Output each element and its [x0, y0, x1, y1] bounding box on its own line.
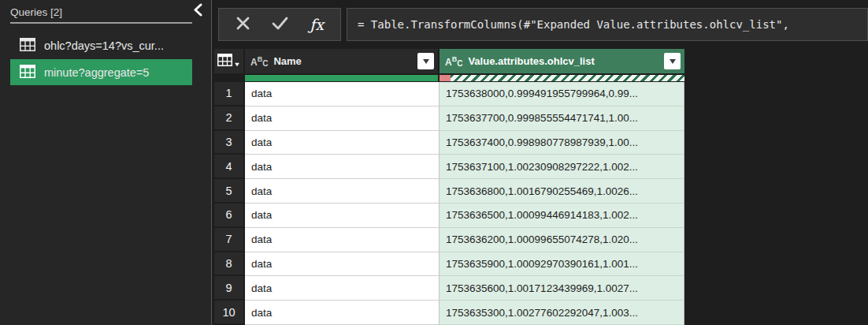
table-row: 8 data 1753635900,1.00092970390161,1.001…: [214, 252, 684, 277]
value-cell[interactable]: 1753638000,0.999491955799964,0.99...: [440, 82, 684, 106]
cancel-button[interactable]: [229, 11, 256, 38]
table-row: 10 data 1753635300,1.00277602292047,1.00…: [214, 301, 684, 325]
formula-text: = Table.TransformColumns(#"Expanded Valu…: [358, 18, 789, 31]
query-item-label: minute?aggregate=5: [44, 66, 149, 79]
grid-rows: 1 data 1753638000,0.999491955799964,0.99…: [214, 82, 684, 325]
value-cell[interactable]: 1753635600,1.0017123439969,1.0027...: [440, 276, 684, 301]
row-number[interactable]: 10: [214, 301, 243, 325]
text-type-icon: ABC: [250, 54, 268, 69]
value-cell[interactable]: 1753636200,1.00099655074278,1.020...: [440, 228, 684, 252]
row-number[interactable]: 7: [214, 228, 243, 252]
text-type-icon: ABC: [445, 54, 462, 69]
row-number[interactable]: 3: [214, 131, 243, 155]
value-cell[interactable]: 1753637100,1.00230908297222,1.002...: [440, 155, 684, 179]
filter-dropdown-button[interactable]: [664, 53, 681, 69]
table-row: 7 data 1753636200,1.00099655074278,1.020…: [214, 228, 684, 252]
filter-dropdown-button[interactable]: [417, 53, 434, 69]
row-number[interactable]: 5: [214, 179, 243, 204]
accept-button[interactable]: [266, 11, 293, 38]
table-grid-icon: [217, 54, 232, 69]
formula-input[interactable]: = Table.TransformColumns(#"Expanded Valu…: [347, 8, 868, 41]
queries-sidebar: Queries [2] ohlc?days=14?vs_cur... minut…: [0, 0, 212, 325]
table-row: 5 data 1753636800,1.0016790255469,1.0026…: [214, 179, 684, 204]
table-row: 4 data 1753637100,1.00230908297222,1.002…: [214, 155, 684, 179]
column-header-name[interactable]: ABC Name: [245, 49, 438, 73]
row-number[interactable]: 2: [214, 106, 243, 131]
value-cell[interactable]: 1753635900,1.00092970390161,1.001...: [440, 252, 684, 277]
name-cell[interactable]: data: [245, 106, 440, 131]
checkmark-icon: [272, 17, 288, 33]
name-cell[interactable]: data: [245, 131, 440, 155]
name-cell[interactable]: data: [245, 276, 440, 301]
quality-bar-name-valid: [245, 75, 438, 81]
sidebar-item-minute-query-selected[interactable]: minute?aggregate=5: [10, 59, 192, 85]
dropdown-caret-icon: [423, 59, 429, 64]
value-cell[interactable]: 1753637400,0.998980778987939,1.00...: [440, 131, 684, 155]
row-number[interactable]: 9: [214, 276, 243, 301]
table-icon: [20, 38, 35, 54]
row-number[interactable]: 4: [214, 155, 243, 179]
formula-button-panel: ƒx: [218, 8, 341, 41]
chevron-left-icon: [193, 3, 202, 20]
dropdown-caret-icon: [670, 59, 676, 64]
name-cell[interactable]: data: [245, 82, 440, 106]
name-cell[interactable]: data: [245, 301, 440, 325]
preview-grid: ABC Name ABC Value.attributes.ohlcv_list…: [214, 49, 684, 325]
table-row: 1 data 1753638000,0.999491955799964,0.99…: [214, 82, 684, 106]
fx-icon: ƒx: [310, 16, 324, 33]
grid-header-row: ABC Name ABC Value.attributes.ohlcv_list: [214, 49, 684, 73]
name-cell[interactable]: data: [245, 252, 440, 277]
query-item-label: ohlc?days=14?vs_cur...: [44, 39, 164, 52]
name-cell[interactable]: data: [245, 228, 440, 252]
table-row: 9 data 1753635600,1.0017123439969,1.0027…: [214, 276, 684, 301]
table-row: 3 data 1753637400,0.998980778987939,1.00…: [214, 131, 684, 155]
corner-caret-icon: [235, 62, 239, 65]
quality-spacer: [214, 75, 245, 81]
value-cell[interactable]: 1753636800,1.0016790255469,1.0026...: [440, 179, 684, 204]
value-cell[interactable]: 1753635300,1.00277602292047,1.003...: [440, 301, 684, 325]
column-name-label: Value.attributes.ohlcv_list: [468, 55, 664, 67]
row-number[interactable]: 6: [214, 204, 243, 228]
row-number[interactable]: 8: [214, 252, 243, 277]
column-quality-bars: [214, 75, 684, 81]
name-cell[interactable]: data: [245, 204, 440, 228]
value-cell[interactable]: 1753636500,1.00099446914183,1.002...: [440, 204, 684, 228]
quality-bar-error-segment: [440, 75, 451, 81]
fx-button[interactable]: ƒx: [303, 11, 330, 38]
x-cross-icon: [236, 16, 250, 34]
sidebar-item-ohlc-query[interactable]: ohlc?days=14?vs_cur...: [10, 32, 192, 58]
quality-bar-hatch-segment: [451, 75, 684, 81]
collapse-sidebar-button[interactable]: [191, 3, 205, 19]
quality-bar-value: [440, 75, 684, 81]
row-number[interactable]: 1: [214, 82, 243, 106]
value-cell[interactable]: 1753637700,0.999855554471741,1.00...: [440, 106, 684, 131]
column-name-label: Name: [273, 55, 417, 67]
queries-pane-title: Queries [2]: [10, 6, 192, 24]
select-all-button[interactable]: [214, 49, 243, 73]
table-row: 6 data 1753636500,1.00099446914183,1.002…: [214, 204, 684, 228]
table-row: 2 data 1753637700,0.999855554471741,1.00…: [214, 106, 684, 131]
name-cell[interactable]: data: [245, 179, 440, 204]
name-cell[interactable]: data: [245, 155, 440, 179]
column-header-value[interactable]: ABC Value.attributes.ohlcv_list: [440, 49, 684, 73]
table-icon: [20, 65, 35, 80]
